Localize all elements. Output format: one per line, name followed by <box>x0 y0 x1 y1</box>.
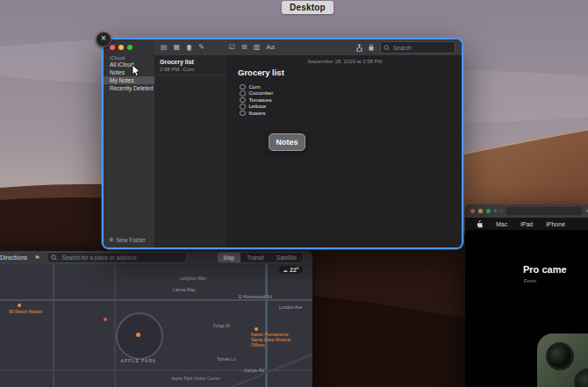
forward-button[interactable]: › <box>500 207 503 215</box>
search-icon <box>384 45 390 51</box>
street-label: E Homestead Rd <box>239 294 272 299</box>
apple-park-label: APPLE PARK <box>104 358 174 363</box>
checklist-item-label: Tomatoes <box>249 97 272 103</box>
expose-window-title[interactable]: Notes <box>269 133 305 151</box>
notes-search-field[interactable] <box>380 41 455 54</box>
sidebar-item-recently-deleted[interactable]: Recently Deleted <box>104 84 154 92</box>
safari-page-content: Pro came From <box>465 230 588 387</box>
cloud-icon: ☁ <box>283 267 288 273</box>
maps-search-input[interactable] <box>60 254 183 262</box>
poi-dot[interactable] <box>18 304 21 307</box>
map-road <box>53 264 54 387</box>
street-label: Carlyle Rd <box>244 368 264 373</box>
trash-icon[interactable] <box>186 44 192 51</box>
notes-toolbar: ▤ ▦ ✎ ☑ ⊞ ▥ Aa <box>154 39 462 56</box>
list-view-icon[interactable]: ▤ <box>161 44 168 51</box>
weather-badge: ☁ 22° <box>279 266 303 274</box>
window-close-button[interactable] <box>110 45 115 50</box>
window-minimize-button[interactable] <box>118 45 124 50</box>
checkbox-circle-icon[interactable] <box>240 90 246 97</box>
note-date: September 18, 2019 at 2:58 PM <box>228 59 462 64</box>
nav-item-mac[interactable]: Mac <box>496 221 507 227</box>
maps-window[interactable]: Directions ⚑ Map Transit Satellite APPLE… <box>0 251 312 387</box>
nav-item-ipad[interactable]: iPad <box>520 221 533 227</box>
tab-satellite[interactable]: Satellite <box>270 253 303 262</box>
note-editor[interactable]: September 18, 2019 at 2:58 PM Grocery li… <box>228 55 462 247</box>
checklist-icon[interactable]: ☑ <box>229 44 235 51</box>
checklist-row[interactable]: Corn <box>240 83 462 90</box>
text-format-icon[interactable]: Aa <box>266 44 275 51</box>
directions-button[interactable]: Directions <box>0 254 27 261</box>
mouse-cursor <box>132 64 141 82</box>
map-road-expressway <box>265 264 268 387</box>
address-bar[interactable] <box>506 207 582 215</box>
tab-transit[interactable]: Transit <box>240 253 270 262</box>
checklist-item-label: Corn <box>249 84 261 90</box>
checklist-row[interactable]: flowers <box>240 110 462 117</box>
street-label: Tomas Ln <box>217 356 236 362</box>
window-zoom-button[interactable] <box>486 209 491 213</box>
screen: Desktop × iCloud All iCloud Notes My Not… <box>0 0 588 387</box>
checkbox-circle-icon[interactable] <box>240 104 246 110</box>
checklist-row[interactable]: Lettuce <box>240 104 462 111</box>
street-label: Leighton Way <box>180 276 206 281</box>
sidebar-item-my-notes[interactable]: My Notes <box>104 76 154 84</box>
window-close-button[interactable] <box>470 209 475 213</box>
checkbox-circle-icon[interactable] <box>240 111 246 117</box>
page-headline: Pro came <box>523 264 567 275</box>
note-item-preview: Corn <box>183 67 194 72</box>
gallery-view-icon[interactable]: ▦ <box>174 44 181 51</box>
maps-toolbar: Directions ⚑ Map Transit Satellite <box>0 251 312 265</box>
table-icon[interactable]: ⊞ <box>241 44 247 51</box>
checklist-row[interactable]: Tomatoes <box>240 97 462 104</box>
share-icon[interactable] <box>356 44 362 52</box>
note-checklist: Corn Cucumber Tomatoes Lettuce <box>240 83 462 117</box>
notes-list-column: Grocery list 2:58 PM Corn <box>154 55 228 247</box>
poi-dot[interactable] <box>255 327 258 331</box>
expose-close-button[interactable]: × <box>96 32 111 47</box>
safari-window[interactable]: ‹ › + Mac iPad iPhone Pro came From <box>465 204 588 387</box>
sidebar-item-all-icloud[interactable]: All iCloud <box>104 61 154 68</box>
compose-icon[interactable]: ✎ <box>198 44 204 51</box>
sidebar-item-notes[interactable]: Notes <box>104 68 154 76</box>
map-view-segmented-control: Map Transit Satellite <box>217 252 304 263</box>
media-icon[interactable]: ▥ <box>254 44 261 51</box>
note-list-item[interactable]: Grocery list 2:58 PM Corn <box>154 55 227 75</box>
checkbox-circle-icon[interactable] <box>240 97 246 104</box>
nav-item-iphone[interactable]: iPhone <box>546 221 565 227</box>
search-icon <box>51 254 57 261</box>
maps-search-field[interactable] <box>47 252 187 263</box>
street-label: London Ave <box>279 305 302 310</box>
new-folder-button[interactable]: ⊕ New Folder <box>109 236 146 243</box>
poi-dot[interactable] <box>104 318 107 321</box>
lock-icon[interactable] <box>369 44 374 51</box>
weather-temp: 22° <box>290 267 299 273</box>
poi-label-kaiser: Kaiser Permanente Santa Clara Medical Of… <box>251 332 300 348</box>
bookmark-flag-icon[interactable]: ⚑ <box>34 254 39 262</box>
iphone-camera-image <box>537 333 588 387</box>
checkbox-circle-icon[interactable] <box>240 84 246 90</box>
tab-map[interactable]: Map <box>218 253 241 262</box>
street-label: Forge Dr <box>213 323 231 328</box>
notes-window-body: iCloud All iCloud Notes My Notes Recentl… <box>104 39 462 247</box>
map-canvas[interactable]: APPLE PARK Leighton Way Larrea Way E Hom… <box>0 264 312 387</box>
window-zoom-button[interactable] <box>127 45 133 50</box>
checklist-item-label: Lettuce <box>249 104 267 109</box>
notes-sidebar: iCloud All iCloud Notes My Notes Recentl… <box>104 39 155 247</box>
notes-window[interactable]: × iCloud All iCloud Notes My Notes Recen… <box>102 38 463 249</box>
checklist-item-label: Cucumber <box>249 90 274 96</box>
note-item-title: Grocery list <box>160 59 222 65</box>
space-label-desktop[interactable]: Desktop <box>282 1 333 14</box>
apple-park-pin[interactable] <box>136 333 140 337</box>
apple-site-navbar: Mac iPad iPhone <box>465 218 588 230</box>
note-item-meta: 2:58 PM Corn <box>160 67 222 72</box>
window-minimize-button[interactable] <box>478 209 483 213</box>
map-road-homestead <box>0 299 312 301</box>
apple-logo-icon[interactable] <box>476 220 483 228</box>
notes-search-input[interactable] <box>391 44 452 52</box>
back-button[interactable]: ‹ <box>494 207 497 215</box>
checklist-row[interactable]: Cucumber <box>240 90 462 97</box>
street-label: Larrea Way <box>173 287 196 292</box>
poi-label-ranch: 99 Ranch Market <box>9 309 53 314</box>
note-title: Grocery list <box>238 68 462 77</box>
